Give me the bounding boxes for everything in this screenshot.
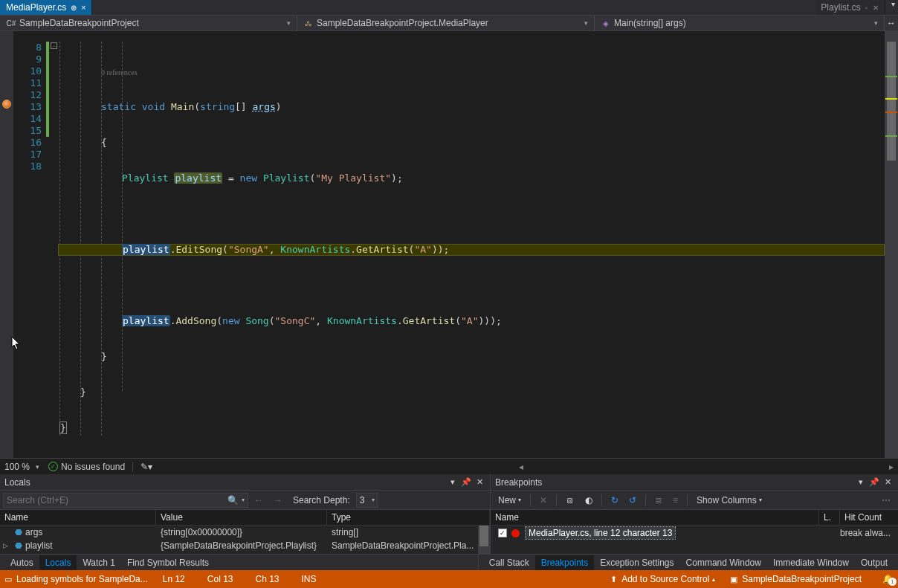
- col-hitcount[interactable]: Hit Count: [840, 510, 898, 525]
- chevron-down-icon: ▾: [287, 19, 291, 27]
- scroll-thumb[interactable]: [887, 42, 896, 161]
- import-icon[interactable]: ↺: [624, 494, 641, 507]
- breakpoint-current-icon[interactable]: [2, 100, 11, 109]
- chevron-down-icon[interactable]: ▾: [242, 497, 245, 503]
- window-position-icon[interactable]: ▾: [855, 477, 867, 487]
- tab-output[interactable]: Output: [855, 555, 894, 570]
- col-labels[interactable]: L.: [819, 510, 840, 525]
- project-icon: ▣: [730, 575, 737, 584]
- show-columns-button[interactable]: Show Columns▾: [692, 494, 766, 507]
- close-icon[interactable]: ×: [81, 4, 85, 12]
- close-icon[interactable]: ✕: [474, 477, 485, 487]
- health-indicator-icon[interactable]: ✎▾: [140, 462, 152, 472]
- search-input[interactable]: [7, 495, 224, 505]
- pin-icon[interactable]: 📌: [460, 477, 472, 487]
- nav-project[interactable]: C# SampleDataBreakpointProject ▾: [0, 16, 297, 30]
- tab-autos[interactable]: Autos: [4, 555, 39, 570]
- breakpoints-title-bar[interactable]: Breakpoints ▾ 📌 ✕: [491, 474, 898, 491]
- search-icon[interactable]: 🔍: [227, 495, 239, 505]
- tab-breakpoints[interactable]: Breakpoints: [535, 555, 594, 570]
- tab-controls-icon[interactable]: ▫ ✕: [865, 4, 880, 12]
- class-icon: 🝆: [303, 19, 314, 28]
- window-position-icon[interactable]: ▾: [447, 477, 459, 487]
- breakpoint-gutter[interactable]: [0, 31, 13, 458]
- search-depth-input[interactable]: 3 ▾: [356, 493, 378, 508]
- locals-title-bar[interactable]: Locals ▾ 📌 ✕: [0, 474, 490, 491]
- breakpoint-label[interactable]: MediaPlayer.cs, line 12 character 13: [526, 527, 675, 539]
- tab-immediate-window[interactable]: Immediate Window: [767, 555, 855, 570]
- status-char[interactable]: Ch 13: [255, 574, 279, 584]
- tab-label: Playlist.cs: [821, 2, 860, 13]
- tab-callstack[interactable]: Call Stack: [483, 555, 535, 570]
- tab-command-window[interactable]: Command Window: [680, 555, 767, 570]
- status-col[interactable]: Col 13: [207, 574, 233, 584]
- variable-icon: [15, 543, 22, 549]
- search-prev-icon[interactable]: ←: [250, 494, 268, 507]
- chevron-down-icon[interactable]: ▾: [372, 497, 375, 503]
- go-to-disasm-icon[interactable]: ≡: [668, 494, 682, 507]
- col-name[interactable]: Name: [491, 510, 819, 525]
- tab-exception-settings[interactable]: Exception Settings: [594, 555, 679, 570]
- vertical-scrollbar[interactable]: [885, 31, 898, 458]
- expand-icon[interactable]: ▷: [0, 542, 10, 549]
- pane-title: Locals: [4, 477, 30, 488]
- locals-search[interactable]: 🔍 ▾: [3, 493, 248, 508]
- breakpoints-toolbar: New▾ ✕ ⦻ ◐ ↻ ↺ ≣ ≡ Show Columns▾ ⋯: [491, 491, 898, 510]
- tab-mediaplayer[interactable]: MediaPlayer.cs ⊕ ×: [0, 0, 92, 15]
- go-to-source-icon[interactable]: ≣: [650, 494, 667, 507]
- locals-columns[interactable]: Name Value Type: [0, 510, 490, 526]
- code-line: static void Main(string[] args): [58, 101, 885, 113]
- tool-windows: Locals ▾ 📌 ✕ 🔍 ▾ ← → Search Depth: 3 ▾: [0, 474, 898, 554]
- tab-locals[interactable]: Locals: [39, 555, 77, 570]
- export-icon[interactable]: ↻: [607, 494, 623, 507]
- close-icon[interactable]: ✕: [882, 477, 894, 487]
- code-line: {: [58, 137, 885, 149]
- split-window-icon[interactable]: ↔: [885, 18, 898, 28]
- code-line: }: [58, 422, 885, 434]
- vertical-scrollbar[interactable]: [478, 526, 490, 554]
- locals-row[interactable]: args {string[0x00000000]} string[]: [0, 526, 490, 539]
- collapse-icon[interactable]: -: [51, 42, 57, 49]
- tab-overflow-icon[interactable]: ▾: [888, 0, 898, 15]
- zoom-level[interactable]: 100 %: [4, 462, 30, 472]
- breakpoint-checkbox[interactable]: ✓: [498, 529, 507, 537]
- outlining-margin[interactable]: -: [49, 31, 58, 458]
- breakpoints-rows[interactable]: ✓ MediaPlayer.cs, line 12 character 13 b…: [491, 526, 898, 554]
- breakpoints-columns[interactable]: Name L. Hit Count: [491, 510, 898, 526]
- overflow-icon[interactable]: ⋯: [877, 494, 895, 507]
- horizontal-scroll-left-icon[interactable]: ◂: [519, 462, 523, 472]
- tab-find-symbol[interactable]: Find Symbol Results: [121, 555, 215, 570]
- issues-ok-icon: ✓: [48, 462, 58, 471]
- pin-icon[interactable]: 📌: [868, 477, 880, 487]
- tab-watch1[interactable]: Watch 1: [77, 555, 121, 570]
- zoom-dropdown-icon[interactable]: ▾: [36, 463, 39, 471]
- new-breakpoint-button[interactable]: New▾: [494, 494, 526, 507]
- code-line: }: [58, 387, 885, 398]
- nav-class[interactable]: 🝆 SampleDataBreakpointProject.MediaPlaye…: [297, 16, 595, 30]
- search-next-icon[interactable]: →: [269, 494, 287, 507]
- issues-label[interactable]: No issues found: [61, 462, 125, 472]
- code-editor[interactable]: 8 9 10 11 12 13 14 15 16 17 18 - 0 refer…: [0, 31, 898, 458]
- code-line: [58, 208, 885, 220]
- delete-all-icon[interactable]: ⦻: [561, 494, 579, 507]
- status-mode[interactable]: INS: [302, 574, 317, 584]
- code-surface[interactable]: 0 references static void Main(string[] a…: [58, 31, 885, 458]
- horizontal-scroll-right-icon[interactable]: ▸: [889, 462, 894, 472]
- status-project[interactable]: ▣ SampleDataBreakpointProject: [730, 574, 862, 584]
- notifications-icon[interactable]: 🔔1: [882, 574, 894, 584]
- tab-playlist[interactable]: Playlist.cs ▫ ✕: [816, 0, 885, 15]
- codelens[interactable]: 0 references: [58, 68, 885, 77]
- status-line[interactable]: Ln 12: [163, 574, 185, 584]
- delete-icon[interactable]: ✕: [535, 494, 552, 507]
- locals-row[interactable]: ▷ playlist {SampleDataBreakpointProject.…: [0, 539, 490, 552]
- editor-status-strip: 100 % ▾ ✓ No issues found ✎▾ ◂ ▸: [0, 458, 898, 474]
- col-name[interactable]: Name: [0, 510, 156, 525]
- breakpoint-row[interactable]: ✓ MediaPlayer.cs, line 12 character 13 b…: [491, 526, 898, 540]
- toggle-all-icon[interactable]: ◐: [581, 494, 597, 507]
- add-to-source-control[interactable]: ⬆ Add to Source Control ▴: [610, 574, 715, 584]
- pin-icon[interactable]: ⊕: [71, 4, 77, 12]
- col-value[interactable]: Value: [156, 510, 327, 525]
- col-type[interactable]: Type: [327, 510, 490, 525]
- nav-method[interactable]: ◈ Main(string[] args) ▾: [595, 16, 885, 30]
- locals-rows[interactable]: args {string[0x00000000]} string[] ▷ pla…: [0, 526, 490, 554]
